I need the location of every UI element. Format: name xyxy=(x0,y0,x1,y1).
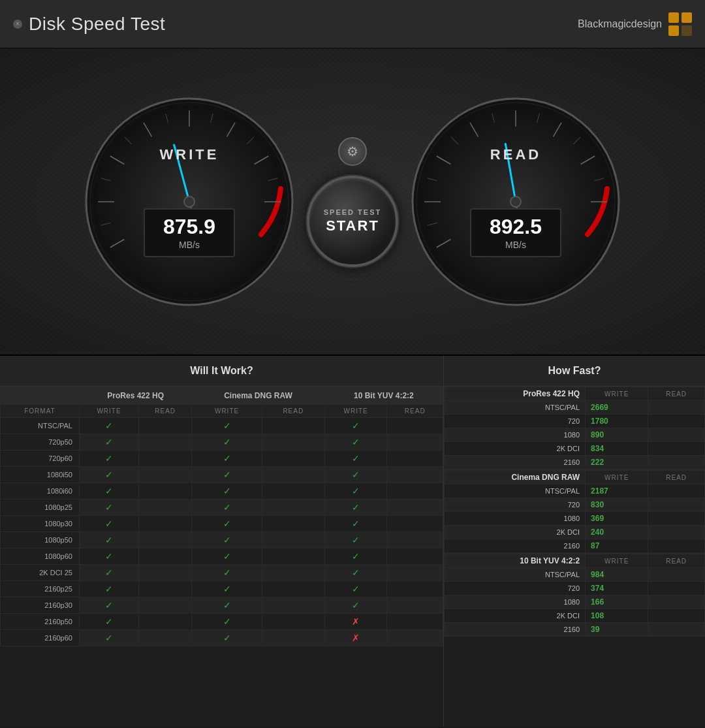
compat-cell: ✓ xyxy=(324,532,387,548)
fast-read-cell xyxy=(648,484,705,498)
format-col-header xyxy=(1,387,80,405)
fast-section-name: ProRes 422 HQ xyxy=(445,387,586,401)
fast-data-row: 1080890 xyxy=(445,428,705,442)
check-mark: ✓ xyxy=(105,633,113,643)
check-mark: ✓ xyxy=(105,469,113,480)
prores-write-header: WRITE xyxy=(79,405,138,418)
fast-section-name: Cinema DNG RAW xyxy=(445,471,586,484)
app-title: Disk Speed Test xyxy=(29,14,165,35)
yuv-write-header: WRITE xyxy=(324,405,387,418)
start-button[interactable]: SPEED TEST START xyxy=(307,176,398,267)
write-gauge-svg xyxy=(78,91,300,313)
compat-cell xyxy=(139,630,192,646)
will-it-work-panel: Will It Work? ProRes 422 HQ Cinema DNG R… xyxy=(0,356,444,727)
fast-read-cell xyxy=(648,526,705,539)
fast-read-cell xyxy=(648,456,705,469)
compat-cell: ✓ xyxy=(324,597,387,614)
fast-data-row: 216087 xyxy=(445,539,705,553)
fast-section-name: 10 Bit YUV 4:2:2 xyxy=(445,554,586,568)
fast-data-row: 216039 xyxy=(445,623,705,637)
format-cell: 1080i50 xyxy=(1,467,80,483)
fast-write-cell: 108 xyxy=(586,609,648,623)
check-mark: ✓ xyxy=(105,535,113,545)
start-label: START xyxy=(326,217,379,234)
brand-logo: Blackmagicdesign xyxy=(578,12,692,36)
prores-read-header: READ xyxy=(139,405,192,418)
compat-cell: ✓ xyxy=(324,565,387,581)
compat-cell xyxy=(139,418,192,434)
compat-cell xyxy=(387,630,443,646)
format-cell: 720p60 xyxy=(1,451,80,467)
check-mark: ✓ xyxy=(223,616,231,627)
compat-cell: ✓ xyxy=(79,483,138,499)
fast-section-header-row: ProRes 422 HQWRITEREAD xyxy=(445,387,705,401)
fast-label-cell: 720 xyxy=(445,582,586,595)
read-gauge-container: READ 892.5 MB/s xyxy=(405,91,627,313)
fast-label-cell: 2K DCI xyxy=(445,526,586,539)
compat-cell: ✓ xyxy=(192,418,262,434)
table-row: 1080i60✓✓✓ xyxy=(1,483,443,499)
fast-table: ProRes 422 HQWRITEREADNTSC/PAL2669720178… xyxy=(444,387,705,637)
fast-read-cell xyxy=(648,498,705,512)
compat-cell: ✓ xyxy=(79,451,138,467)
will-it-work-header: Will It Work? xyxy=(0,356,443,387)
compat-cell: ✓ xyxy=(192,516,262,532)
fast-read-cell xyxy=(648,442,705,456)
check-mark: ✓ xyxy=(352,453,360,464)
fast-read-cell xyxy=(648,401,705,415)
fast-write-cell: 2187 xyxy=(586,484,648,498)
fast-data-row: NTSC/PAL2669 xyxy=(445,401,705,415)
format-cell: 1080p60 xyxy=(1,548,80,565)
close-button[interactable]: × xyxy=(13,20,22,29)
compat-cell xyxy=(262,532,324,548)
check-mark: ✓ xyxy=(223,437,231,447)
dng-write-header: WRITE xyxy=(192,405,262,418)
compat-cell xyxy=(262,467,324,483)
brand-name: Blackmagicdesign xyxy=(578,18,662,30)
check-mark: ✓ xyxy=(105,420,113,431)
compat-cell xyxy=(139,483,192,499)
fast-data-row: 720830 xyxy=(445,498,705,512)
yuv-read-header: READ xyxy=(387,405,443,418)
table-row: 1080p60✓✓✓ xyxy=(1,548,443,565)
check-mark: ✓ xyxy=(223,584,231,594)
compat-cell: ✓ xyxy=(324,434,387,451)
compat-cell xyxy=(139,434,192,451)
fast-read-header: READ xyxy=(648,471,705,484)
check-mark: ✓ xyxy=(352,551,360,562)
check-mark: ✓ xyxy=(223,420,231,431)
fast-data-row: NTSC/PAL984 xyxy=(445,568,705,582)
title-bar: × Disk Speed Test Blackmagicdesign xyxy=(0,0,705,49)
compat-cell xyxy=(262,451,324,467)
compat-cell xyxy=(262,516,324,532)
prores-group-header: ProRes 422 HQ xyxy=(79,387,191,405)
settings-button[interactable]: ⚙ xyxy=(338,137,367,166)
table-row: 2K DCI 25✓✓✓ xyxy=(1,565,443,581)
title-bar-left: × Disk Speed Test xyxy=(13,14,165,35)
check-mark: ✓ xyxy=(105,551,113,562)
compat-tbody: NTSC/PAL✓✓✓720p50✓✓✓720p60✓✓✓1080i50✓✓✓1… xyxy=(1,418,443,646)
yuv-group-header: 10 Bit YUV 4:2:2 xyxy=(324,387,443,405)
fast-label-cell: 2K DCI xyxy=(445,609,586,623)
cross-mark: ✗ xyxy=(352,633,360,643)
compat-cell xyxy=(139,548,192,565)
compat-cell xyxy=(387,581,443,597)
compat-cell xyxy=(139,499,192,516)
compat-cell: ✓ xyxy=(79,581,138,597)
fast-read-cell xyxy=(648,609,705,623)
fast-write-cell: 222 xyxy=(586,456,648,469)
check-mark: ✓ xyxy=(352,535,360,545)
bottom-section: Will It Work? ProRes 422 HQ Cinema DNG R… xyxy=(0,356,705,727)
fast-tbody: ProRes 422 HQWRITEREADNTSC/PAL2669720178… xyxy=(445,387,705,637)
fast-read-cell xyxy=(648,595,705,609)
fast-write-cell: 830 xyxy=(586,498,648,512)
read-gauge-label: READ xyxy=(490,146,541,163)
fast-data-row: 1080369 xyxy=(445,512,705,526)
fast-write-cell: 374 xyxy=(586,582,648,595)
check-mark: ✓ xyxy=(352,420,360,431)
format-cell: 2160p25 xyxy=(1,581,80,597)
check-mark: ✓ xyxy=(223,567,231,578)
check-mark: ✓ xyxy=(352,584,360,594)
fast-read-header: READ xyxy=(648,554,705,568)
check-mark: ✓ xyxy=(223,486,231,496)
